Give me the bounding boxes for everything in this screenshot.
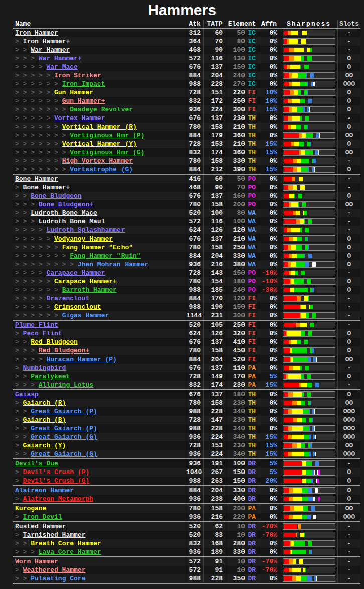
slots-value: OO: [337, 131, 360, 140]
weapon-link[interactable]: Bone Hammer+: [23, 184, 70, 191]
weapon-link[interactable]: Worn Hammer: [15, 558, 58, 565]
weapon-link[interactable]: Alatreon Metamorph: [23, 495, 93, 503]
weapon-link[interactable]: Bone Bludgeon+: [39, 201, 93, 208]
bottom-gap: [0, 584, 364, 588]
weapon-link[interactable]: Gaiasp: [15, 391, 39, 398]
weapon-link[interactable]: Iron Hammer+: [23, 38, 70, 45]
weapon-link[interactable]: Ludroth Bone Maul: [39, 218, 105, 225]
weapon-link[interactable]: Barroth Hammer: [62, 286, 117, 294]
weapon-link[interactable]: Gun Hammer: [54, 89, 93, 96]
element-value: 230: [226, 399, 245, 407]
weapon-link[interactable]: Devil's Crush (P): [23, 468, 90, 476]
sharpness-segment: [307, 515, 311, 519]
affinity-value: 0%: [258, 321, 280, 329]
sharpness-segment: [306, 479, 311, 483]
weapon-link[interactable]: Paralykeet: [31, 373, 70, 380]
weapon-link[interactable]: Crimsonclout: [54, 303, 101, 311]
weapon-link[interactable]: Numbingbird: [23, 364, 66, 372]
tatp-value: 90: [203, 46, 226, 54]
weapon-link[interactable]: Gaiarch (Y): [23, 442, 66, 449]
weapon-link[interactable]: Bone Hammer: [15, 175, 58, 183]
weapon-link[interactable]: Devil's Due: [15, 460, 58, 467]
weapon-link[interactable]: Lava Core Hammer: [39, 548, 101, 556]
weapon-link[interactable]: Devil's Crush (G): [23, 477, 90, 485]
tatp-value: 263: [203, 477, 226, 485]
weapon-link[interactable]: Bone Bludgeon: [31, 192, 81, 200]
weapon-link[interactable]: Vodyanoy Hammer: [54, 235, 113, 243]
weapon-link[interactable]: War Hammer: [31, 46, 70, 54]
weapon-link[interactable]: Weathered Hammer: [23, 566, 86, 574]
sharpness-bar: [283, 487, 335, 494]
weapon-link[interactable]: Red Bludgeon: [31, 338, 78, 346]
element-value: 340: [226, 424, 245, 433]
weapon-name-cell: Iron Hammer: [13, 29, 186, 37]
weapon-link[interactable]: War Hammer+: [39, 55, 82, 62]
weapon-link[interactable]: Great Gaiarch (P): [31, 425, 97, 432]
sharpness-segment: [307, 392, 311, 397]
weapon-link[interactable]: Red Bludgeon+: [39, 347, 89, 355]
tree-indent: >: [15, 468, 23, 476]
sharpness-segment: [301, 296, 304, 301]
weapon-link[interactable]: Vortiginous Hmr (P): [70, 132, 144, 139]
weapon-link[interactable]: Vortiginous Hmr (G): [70, 149, 144, 156]
sharpness-bar: [283, 141, 335, 147]
weapon-link[interactable]: Carapace Hammer+: [54, 278, 117, 285]
weapon-link[interactable]: Gun Hammer+: [62, 97, 105, 105]
weapon-link[interactable]: Vortical Hammer (R): [62, 123, 137, 131]
weapon-link[interactable]: Fang Hammer "Echo": [62, 244, 133, 251]
weapon-link[interactable]: Alluring Lotus: [39, 381, 93, 389]
weapon-link[interactable]: Iron Devil: [23, 513, 62, 521]
sharpness-segment: [289, 39, 298, 44]
weapon-row: > > > > > > Vortical Hammer (Y)728153210…: [13, 140, 360, 148]
weapon-row: > > > > > > > Vortastrophe (G)884212390T…: [13, 165, 360, 174]
sharpness-segment: [296, 262, 305, 267]
attack-value: 520: [186, 209, 203, 217]
tatp-value: 154: [203, 277, 226, 286]
weapon-link[interactable]: High Vortex Hammer: [62, 157, 133, 165]
sharpness-segment: [304, 296, 308, 301]
weapon-link[interactable]: Vortastrophe (G): [70, 166, 133, 173]
weapon-link[interactable]: Peco Flint: [23, 330, 62, 337]
weapon-link[interactable]: Pulsating Core: [31, 575, 85, 582]
weapon-link[interactable]: Jhen Mohran Hammer: [78, 261, 148, 268]
weapon-link[interactable]: Ludroth Bone Mace: [31, 209, 97, 217]
weapon-link[interactable]: Alatreon Hammer: [15, 487, 74, 494]
tree-indent: > > > > > > >: [15, 132, 70, 139]
weapon-link[interactable]: Deadeye Revolver: [70, 106, 133, 113]
weapon-name-cell: > > > > Ludroth Splashhammer: [13, 226, 186, 234]
weapon-link[interactable]: Gaiarch (R): [23, 399, 66, 407]
sharpness-segment: [296, 125, 301, 129]
slots-value: -: [337, 294, 360, 303]
sharpness-bar: [283, 253, 335, 259]
weapon-link[interactable]: Vortex Hammer: [54, 114, 105, 122]
weapon-link[interactable]: Gaiarch (B): [23, 416, 66, 424]
weapon-link[interactable]: Kurogane: [15, 505, 46, 512]
weapon-link[interactable]: Great Gaiarch (G): [31, 433, 97, 441]
element-value: 230: [226, 114, 245, 123]
affinity-value: 0%: [258, 495, 280, 503]
slots-value: O: [337, 277, 360, 286]
weapon-link[interactable]: Great Gaiarch (G): [31, 450, 97, 458]
weapon-row: > > Red Bludgeon676137410FI0%O: [13, 338, 360, 346]
sharpness-segment: [312, 348, 314, 353]
weapon-link[interactable]: Tarnished Hammer: [23, 531, 86, 539]
weapon-link[interactable]: Plume Flint: [15, 321, 58, 329]
weapon-link[interactable]: Iron Hammer: [15, 29, 58, 37]
attack-value: 572: [186, 217, 203, 226]
sharpness-bar: [283, 132, 335, 139]
weapon-link[interactable]: Fang Hammer "Ruin": [70, 252, 140, 260]
weapon-link[interactable]: Great Gaiarch (P): [31, 408, 97, 415]
weapon-link[interactable]: Iron Impact: [62, 80, 105, 88]
weapon-link[interactable]: Gigas Hammer: [62, 312, 109, 319]
weapon-link[interactable]: Iron Striker: [54, 72, 101, 79]
weapon-link[interactable]: Breath Core Hammer: [31, 540, 101, 547]
sharpness-cell: [280, 286, 337, 294]
weapon-link[interactable]: Brazenclout: [46, 295, 89, 302]
weapon-link[interactable]: Carapace Hammer: [46, 269, 105, 277]
weapon-link[interactable]: Ludroth Splashhammer: [46, 226, 125, 234]
weapon-link[interactable]: Huracan Hammer (P): [46, 356, 116, 363]
sharpness-bar: [283, 540, 335, 547]
weapon-link[interactable]: War Mace: [46, 63, 77, 71]
weapon-link[interactable]: Rusted Hammer: [15, 523, 66, 530]
weapon-link[interactable]: Vortical Hammer (Y): [62, 140, 137, 148]
